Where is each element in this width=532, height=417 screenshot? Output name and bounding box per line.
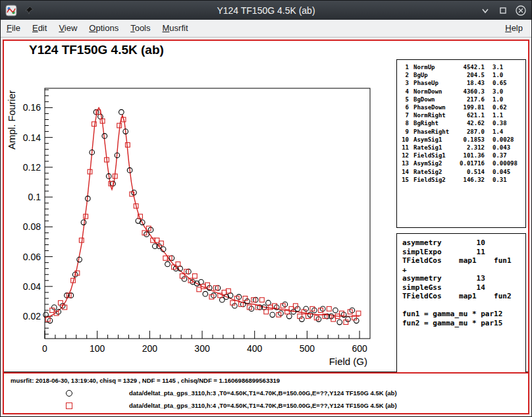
param-value: 199.81 (450, 103, 485, 111)
param-name: BgDown (413, 96, 450, 103)
svg-text:0.12: 0.12 (23, 162, 41, 173)
svg-text:0.04: 0.04 (23, 281, 41, 292)
param-error: 0.62 (492, 103, 523, 111)
minimize-button[interactable] (479, 4, 492, 17)
param-value: 42.62 (450, 119, 485, 127)
param-value: 18.43 (450, 79, 485, 87)
menu-item-options[interactable]: Options (83, 20, 124, 37)
param-name: FieldSig2 (413, 176, 450, 184)
svg-text:100: 100 (90, 343, 105, 354)
parameter-box[interactable]: 1NormUp4542.13.12BgUp204.51.03PhaseUp18.… (396, 59, 526, 228)
param-name: PhaseUp (413, 79, 450, 87)
plot-pad[interactable]: Y124 TF150G 4.5K (ab) 010020030040050060… (4, 41, 528, 372)
param-row: 5BgDown217.61.0 (397, 96, 525, 103)
theory-line (402, 301, 525, 310)
param-value: 4542.1 (450, 63, 485, 71)
param-value: 621.1 (450, 111, 485, 119)
app-window: Y124 TF150G 4.5K (ab) FileEditViewOption… (0, 0, 532, 417)
pin-icon[interactable] (22, 4, 36, 17)
param-row: 14RateSig20.5140.045 (397, 168, 525, 176)
param-error: 0.045 (492, 168, 523, 176)
param-row: 11RateSig12.3120.043 (397, 144, 525, 152)
param-index: 7 (400, 111, 409, 119)
theory-line: simpleGss 14 (402, 283, 525, 292)
svg-text:0.16: 0.16 (23, 102, 41, 113)
param-error: 3.0 (492, 88, 523, 96)
theory-box[interactable]: asymmetry 10simplExpo 11TFieldCos map1 f… (396, 233, 526, 374)
app-icon (5, 4, 18, 17)
param-index: 12 (400, 152, 409, 159)
window-title: Y124 TF150G 4.5K (ab) (1, 5, 531, 16)
param-index: 4 (400, 88, 409, 96)
param-error: 1.4 (492, 128, 523, 136)
param-index: 11 (400, 144, 409, 152)
param-index: 8 (400, 119, 409, 127)
svg-text:0.1: 0.1 (28, 192, 41, 202)
menu-item-musrfit[interactable]: Musrfit (157, 20, 194, 37)
theory-line: fun1 = gamma_mu * par12 (402, 310, 525, 319)
param-value: 4360.3 (450, 88, 485, 96)
param-index: 2 (400, 71, 409, 79)
titlebar[interactable]: Y124 TF150G 4.5K (ab) (1, 1, 531, 20)
svg-text:0.08: 0.08 (23, 221, 41, 232)
param-row: 10AsymSig10.18530.0028 (397, 136, 525, 144)
param-row: 13AsymSig20.017160.00098 (397, 159, 525, 167)
square-marker-icon (66, 403, 72, 409)
theory-line: fun2 = gamma_mu * par15 (402, 319, 525, 328)
svg-text:0: 0 (42, 343, 47, 354)
param-error: 1.0 (492, 96, 523, 103)
param-value: 287.0 (450, 128, 485, 136)
theory-line: TFieldCos map1 fun1 (402, 256, 525, 265)
param-index: 5 (400, 96, 409, 103)
param-index: 9 (400, 128, 409, 136)
param-name: AsymSig1 (413, 136, 450, 144)
legend-row: data/deltat_pta_gps_3110,h:3 ,T0=4.50K,T… (4, 387, 528, 399)
param-row: 4NormDown4360.33.0 (397, 88, 525, 96)
param-value: 204.5 (450, 71, 485, 79)
param-name: FieldSig1 (413, 152, 450, 159)
root-canvas[interactable]: Y124 TF150G 4.5K (ab) 010020030040050060… (3, 40, 529, 414)
param-error: 0.0028 (492, 136, 523, 144)
param-value: 217.6 (450, 96, 485, 103)
svg-text:200: 200 (142, 343, 158, 354)
fourier-plot[interactable]: 01002003004005006000.020.040.060.080.10.… (4, 41, 395, 370)
menu-item-tools[interactable]: Tools (124, 20, 156, 37)
theory-line: asymmetry 10 (402, 238, 525, 248)
circle-marker-icon (66, 390, 72, 397)
param-value: 0.01716 (450, 159, 485, 167)
param-index: 13 (400, 159, 409, 167)
param-value: 2.312 (450, 144, 485, 152)
param-index: 10 (400, 136, 409, 144)
param-name: RateSig2 (413, 168, 450, 176)
param-row: 12FieldSig1101.360.37 (397, 152, 525, 159)
param-value: 0.514 (450, 168, 485, 176)
menu-item-file[interactable]: File (1, 20, 26, 37)
param-error: 0.043 (492, 144, 523, 152)
theory-line: + (402, 265, 525, 275)
param-row: 6PhaseDown199.810.62 (397, 103, 525, 111)
svg-text:0.02: 0.02 (23, 311, 41, 321)
param-name: BgRight (413, 119, 450, 127)
param-row: 9PhaseRight287.01.4 (397, 128, 525, 136)
param-name: PhaseRight (413, 128, 450, 136)
param-error: 0.00098 (492, 159, 523, 167)
fit-info: musrfit: 2018-06-30, 13:19:40, chisq = 1… (11, 377, 280, 384)
param-index: 6 (400, 103, 409, 111)
param-index: 1 (400, 63, 409, 71)
menu-item-edit[interactable]: Edit (26, 20, 53, 37)
param-error: 0.65 (492, 79, 523, 87)
menu-item-view[interactable]: View (53, 20, 83, 37)
maximize-button[interactable] (496, 4, 510, 17)
param-row: 7NormRight621.11.1 (397, 111, 525, 119)
plot-legend: data/deltat_pta_gps_3110,h:3 ,T0=4.50K,T… (4, 387, 528, 412)
param-index: 14 (400, 168, 409, 176)
svg-text:400: 400 (247, 343, 263, 354)
info-pad[interactable]: musrfit: 2018-06-30, 13:19:40, chisq = 1… (4, 372, 528, 413)
menu-item-help[interactable]: Help (499, 20, 529, 37)
param-name: BgUp (413, 71, 450, 79)
param-error: 0.38 (492, 119, 523, 127)
close-button[interactable] (514, 4, 527, 17)
svg-text:Field (G): Field (G) (329, 356, 367, 367)
legend-label: data/deltat_pta_gps_3110,h:3 ,T0=4.50K,T… (129, 389, 397, 397)
theory-line: simplExpo 11 (402, 248, 525, 257)
